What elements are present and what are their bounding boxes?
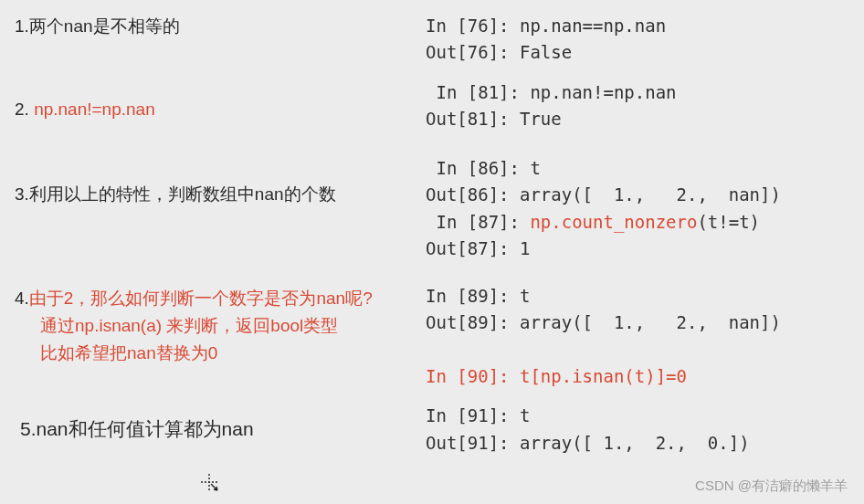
item-1-text: 1.两个nan是不相等的 <box>15 13 426 40</box>
item-4-code: In [89]: t Out[89]: array([ 1., 2., nan]… <box>426 283 849 391</box>
code-out-86: Out[86]: array([ 1., 2., nan]) <box>426 184 781 205</box>
code-out-81: Out[81]: True <box>426 109 562 129</box>
code-out-89: Out[89]: array([ 1., 2., nan]) <box>426 312 781 332</box>
code-in-81: In [81]: np.nan!=np.nan <box>426 82 677 102</box>
item-1-code: In [76]: np.nan==np.nan Out[76]: False <box>426 13 849 67</box>
code-in-87-red: np.count_nonzero <box>530 212 697 232</box>
code-in-87-b: (t!=t) <box>697 212 760 232</box>
item-4-line1: 4.由于2，那么如何判断一个数字是否为nan呢? <box>15 289 373 308</box>
item-4-line3: 比如希望把nan替换为0 <box>40 340 418 367</box>
item-4-num: 4. <box>15 289 29 308</box>
item-4-text: 4.由于2，那么如何判断一个数字是否为nan呢? 通过np.isnan(a) 来… <box>15 283 426 368</box>
item-4-line2: 通过np.isnan(a) 来判断，返回bool类型 <box>40 312 418 340</box>
item-1: 1.两个nan是不相等的 In [76]: np.nan==np.nan Out… <box>15 13 849 67</box>
code-in-90: In [90]: t[np.isnan(t)]=0 <box>426 366 687 386</box>
item-2: 2. np.nan!=np.nan In [81]: np.nan!=np.na… <box>15 79 849 133</box>
code-in-86: In [86]: t <box>426 158 541 178</box>
item-3: 3.利用以上的特性，判断数组中nan的个数 In [86]: t Out[86]… <box>15 155 849 263</box>
code-out-91: Out[91]: array([ 1., 2., 0.]) <box>426 433 750 453</box>
item-3-text: 3.利用以上的特性，判断数组中nan的个数 <box>15 155 426 208</box>
item-2-code-inline: np.nan!=np.nan <box>34 100 155 119</box>
item-4: 4.由于2，那么如何判断一个数字是否为nan呢? 通过np.isnan(a) 来… <box>15 283 849 391</box>
cursor-icon <box>199 472 219 497</box>
code-in-76: In [76]: np.nan==np.nan <box>426 16 666 36</box>
code-in-91: In [91]: t <box>426 405 530 425</box>
watermark-text: CSDN @有洁癖的懒羊羊 <box>695 478 848 495</box>
item-5-code: In [91]: t Out[91]: array([ 1., 2., 0.]) <box>426 403 849 457</box>
item-5-text: 5.nan和任何值计算都为nan <box>15 403 426 445</box>
item-5: 5.nan和任何值计算都为nan In [91]: t Out[91]: arr… <box>15 403 849 457</box>
code-in-87-a: In [87]: <box>426 212 530 232</box>
document-body: 1.两个nan是不相等的 In [76]: np.nan==np.nan Out… <box>0 0 864 482</box>
item-3-code: In [86]: t Out[86]: array([ 1., 2., nan]… <box>426 155 849 263</box>
item-2-text: 2. np.nan!=np.nan <box>15 79 426 123</box>
item-2-code: In [81]: np.nan!=np.nan Out[81]: True <box>426 79 849 133</box>
code-out-87: Out[87]: 1 <box>426 238 530 258</box>
item-2-prefix: 2. <box>15 100 34 119</box>
code-in-89: In [89]: t <box>426 286 530 306</box>
code-out-76: Out[76]: False <box>426 42 572 62</box>
